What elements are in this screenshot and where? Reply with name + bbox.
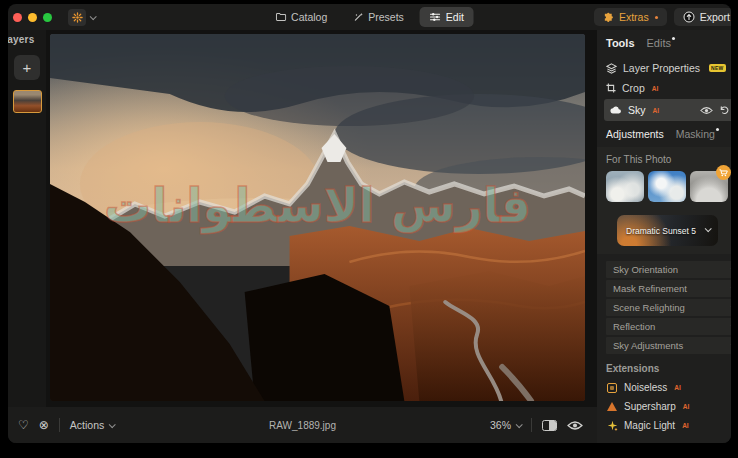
divider (531, 418, 532, 432)
zoom-window-button[interactable] (43, 13, 52, 22)
section-sky-orientation[interactable]: Sky Orientation (606, 261, 731, 278)
export-label: Export (700, 11, 730, 23)
workspace-row: Layers + (8, 30, 597, 407)
preview-eye-icon[interactable] (567, 420, 583, 431)
left-column: Layers + (8, 30, 597, 443)
screenshot-frame: Catalog Presets Edit (0, 0, 738, 458)
preset-name-label: Dramatic Sunset 5 (626, 226, 696, 236)
zoom-level-dropdown[interactable]: 36% (490, 419, 521, 431)
before-after-split-icon[interactable] (542, 420, 557, 431)
sun-flare-icon (68, 9, 86, 26)
reject-icon[interactable]: ⊗ (39, 419, 49, 431)
layers-icon (606, 63, 617, 74)
actions-dropdown[interactable]: Actions (70, 419, 114, 431)
extras-button[interactable]: Extras (594, 8, 667, 26)
extensions-panel: Extensions NoiselessAI SupersharpAI Magi… (606, 363, 731, 431)
tool-layer-properties[interactable]: Layer Properties NEW (606, 58, 731, 78)
extras-label: Extras (619, 11, 649, 23)
export-icon (683, 11, 695, 23)
notification-dot (716, 128, 719, 131)
tools-panel: Tools Edits Layer Properties NEW CropAI (597, 30, 731, 443)
titlebar-actions: Extras Export (594, 8, 731, 26)
tool-label: Sky (628, 104, 646, 116)
landscape-photo: فارس الاسطوانات (50, 34, 585, 401)
sky-adjustments-block: For This Photo Dramatic Sunset 5 (597, 147, 731, 254)
noiseless-icon (606, 383, 618, 393)
traffic-lights (13, 13, 52, 22)
notification-dot (655, 16, 658, 19)
purchase-cart-badge-icon[interactable] (716, 165, 731, 180)
divider (59, 418, 60, 432)
new-badge: NEW (709, 64, 726, 72)
extension-supersharp[interactable]: SupersharpAI (606, 401, 731, 412)
extension-noiseless[interactable]: NoiselessAI (606, 382, 731, 393)
panel-tabs: Tools Edits (606, 37, 731, 49)
extensions-title: Extensions (606, 363, 731, 374)
undo-icon[interactable] (719, 105, 729, 115)
magic-light-icon (606, 420, 618, 431)
tab-label: Catalog (291, 11, 327, 23)
tab-label: Edit (446, 11, 464, 23)
cloud-icon (610, 106, 622, 114)
zoom-level-value: 36% (490, 419, 511, 431)
tab-catalog[interactable]: Catalog (265, 7, 337, 27)
export-button[interactable]: Export (674, 8, 731, 26)
crop-icon (606, 83, 616, 93)
wand-icon (353, 12, 363, 22)
section-scene-relighting[interactable]: Scene Relighting (606, 299, 731, 316)
tab-tools[interactable]: Tools (606, 37, 635, 49)
favorite-heart-icon[interactable]: ♡ (18, 419, 29, 431)
tab-adjustments[interactable]: Adjustments (606, 128, 664, 140)
tool-label: Layer Properties (623, 62, 700, 74)
folder-icon (275, 12, 286, 22)
tab-masking[interactable]: Masking (676, 128, 719, 140)
mode-tabs: Catalog Presets Edit (265, 7, 474, 27)
add-layer-button[interactable]: + (14, 55, 40, 80)
notification-dot (672, 37, 675, 40)
tool-sky-active[interactable]: SkyAI (604, 99, 731, 121)
ai-badge: AI (674, 384, 681, 391)
visibility-eye-icon[interactable] (700, 106, 713, 115)
ai-badge: AI (652, 85, 659, 92)
extension-magic-light[interactable]: Magic LightAI (606, 420, 731, 431)
actions-label: Actions (70, 419, 104, 431)
tab-edit[interactable]: Edit (420, 7, 474, 27)
bottom-left-actions: ♡ ⊗ Actions (18, 418, 114, 432)
bottom-right-actions: 36% (490, 418, 583, 432)
sky-preset-selector[interactable]: Dramatic Sunset 5 (617, 215, 718, 246)
collapsible-sections: Sky Orientation Mask Refinement Scene Re… (606, 261, 731, 354)
sky-thumbnail-1[interactable] (606, 171, 644, 202)
chevron-down-icon (516, 421, 523, 428)
section-sky-adjustments[interactable]: Sky Adjustments (606, 337, 731, 354)
main-content: Layers + (8, 30, 731, 443)
puzzle-icon (603, 12, 614, 23)
tool-label: Crop (622, 82, 645, 94)
tab-presets[interactable]: Presets (343, 7, 414, 27)
ai-badge: AI (682, 422, 689, 429)
section-mask-refinement[interactable]: Mask Refinement (606, 280, 731, 297)
photo-canvas[interactable]: فارس الاسطوانات (50, 34, 585, 401)
section-reflection[interactable]: Reflection (606, 318, 731, 335)
tab-edits[interactable]: Edits (647, 37, 675, 49)
tab-label: Presets (368, 11, 404, 23)
chevron-down-icon (109, 421, 116, 428)
chevron-down-icon (705, 225, 712, 232)
tool-crop[interactable]: CropAI (606, 78, 731, 98)
supersharp-icon (606, 402, 618, 411)
ai-badge: AI (683, 403, 690, 410)
app-menu-button[interactable] (68, 9, 95, 26)
bottom-bar: ♡ ⊗ Actions RAW_1889.jpg 36% (8, 407, 597, 443)
canvas-area: فارس الاسطوانات (46, 30, 597, 407)
plus-icon: + (23, 59, 32, 76)
title-bar: Catalog Presets Edit (8, 4, 731, 30)
layers-sidebar: Layers + (8, 30, 46, 407)
layers-panel-title: Layers (8, 34, 46, 45)
close-window-button[interactable] (13, 13, 22, 22)
ai-badge: AI (653, 107, 660, 114)
layer-thumbnail-selected[interactable] (13, 90, 42, 113)
sky-thumbnail-2[interactable] (648, 171, 686, 202)
for-this-photo-label: For This Photo (606, 154, 731, 165)
sliders-icon (430, 12, 441, 22)
app-window: Catalog Presets Edit (8, 4, 731, 443)
minimize-window-button[interactable] (28, 13, 37, 22)
